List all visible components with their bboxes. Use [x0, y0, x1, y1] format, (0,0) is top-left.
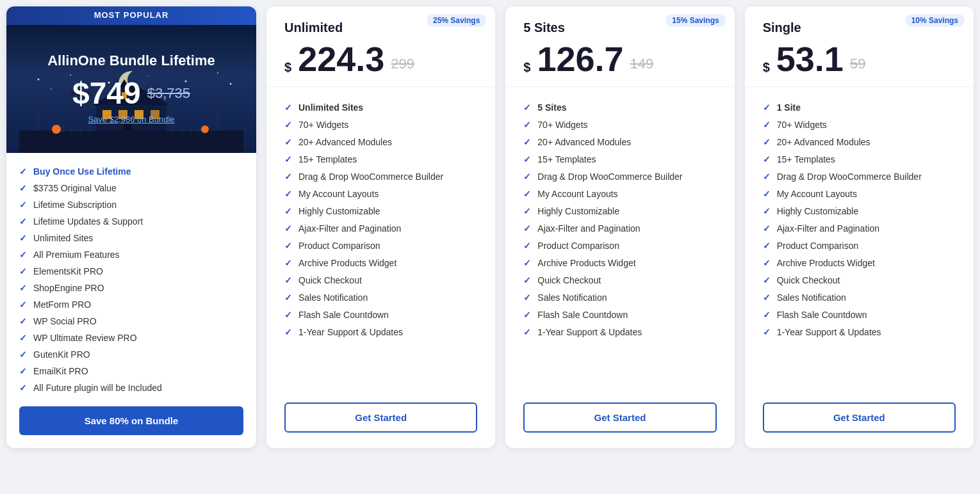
get-started-button[interactable]: Get Started	[523, 402, 716, 433]
feature-item: ✓ 70+ Widgets	[284, 116, 477, 133]
check-icon: ✓	[523, 310, 531, 320]
check-icon: ✓	[763, 275, 771, 285]
bundle-save-text: Save $2,986 on Bundle	[47, 115, 215, 124]
feature-text: Ajax-Filter and Pagination	[537, 223, 640, 234]
check-icon: ✓	[763, 310, 771, 320]
feature-item: ✓ Archive Products Widget	[284, 254, 477, 271]
feature-text: Ajax-Filter and Pagination	[298, 223, 401, 234]
feature-item: ✓ Sales Notification	[763, 289, 956, 306]
svg-line-12	[26, 100, 38, 111]
feature-text: 70+ Widgets	[298, 120, 348, 130]
check-icon: ✓	[763, 241, 771, 251]
bundle-title: AllinOne Bundle Lifetime	[47, 52, 215, 69]
feature-item: ✓ My Account Layouts	[523, 185, 716, 202]
bundle-feature-item: ✓Lifetime Subscription	[19, 196, 243, 213]
card-features: ✓ 1 Site ✓ 70+ Widgets ✓ 20+ Advanced Mo…	[745, 87, 974, 395]
svg-point-41	[52, 125, 61, 134]
check-icon: ✓	[284, 171, 292, 182]
check-icon: ✓	[19, 283, 27, 293]
feature-text: ShopEngine PRO	[33, 283, 104, 293]
check-icon: ✓	[763, 189, 771, 199]
bundle-feature-item: ✓$3735 Original Value	[19, 180, 243, 196]
feature-text: All Future plugin will be Included	[33, 383, 162, 393]
feature-text: GutenKit PRO	[33, 349, 90, 360]
check-icon: ✓	[523, 292, 531, 303]
feature-text: 15+ Templates	[537, 154, 596, 164]
feature-item: ✓ 1-Year Support & Updates	[763, 323, 956, 340]
check-icon: ✓	[19, 299, 27, 310]
bundle-hero: AllinOne Bundle Lifetime $749 $3,735 Sav…	[6, 25, 256, 153]
feature-item: ✓ Ajax-Filter and Pagination	[284, 219, 477, 237]
feature-text: Quick Checkout	[537, 275, 601, 285]
feature-item: ✓ Product Comparison	[284, 237, 477, 254]
bundle-feature-item: ✓All Future plugin will be Included	[19, 379, 243, 396]
check-icon: ✓	[19, 366, 27, 376]
svg-rect-10	[19, 131, 243, 153]
check-icon: ✓	[523, 154, 531, 164]
feature-text: Highly Customizable	[777, 206, 859, 216]
bundle-feature-item: ✓WP Ultimate Review PRO	[19, 330, 243, 346]
price-row: $ 224.3 299	[284, 42, 477, 76]
price-main: 53.1	[776, 42, 844, 76]
check-icon: ✓	[523, 171, 531, 182]
feature-item: ✓ Quick Checkout	[763, 271, 956, 289]
bundle-price-row: $749 $3,735	[47, 76, 215, 111]
check-icon: ✓	[284, 292, 292, 303]
svg-line-20	[218, 108, 229, 116]
price-row: $ 126.7 149	[523, 42, 716, 76]
feature-text: 1-Year Support & Updates	[777, 327, 881, 337]
price-row: $ 53.1 59	[763, 42, 956, 76]
get-started-button[interactable]: Get Started	[284, 402, 477, 433]
savings-badge: 25% Savings	[427, 14, 486, 27]
price-main: 224.3	[298, 42, 384, 76]
feature-item: ✓ 1-Year Support & Updates	[523, 323, 716, 340]
feature-text: Archive Products Widget	[537, 258, 635, 268]
feature-text: 1 Site	[777, 102, 801, 113]
feature-item: ✓ Highly Customizable	[284, 202, 477, 219]
price-original: 299	[391, 56, 414, 72]
check-icon: ✓	[763, 154, 771, 164]
feature-item: ✓ Product Comparison	[763, 237, 956, 254]
card-footer: Get Started	[505, 395, 734, 448]
check-icon: ✓	[19, 233, 27, 243]
check-icon: ✓	[523, 120, 531, 130]
feature-text: Quick Checkout	[298, 275, 362, 285]
check-icon: ✓	[19, 333, 27, 343]
svg-point-0	[38, 79, 40, 81]
feature-text: All Premium Features	[33, 250, 120, 260]
bundle-save-button[interactable]: Save 80% on Bundle	[19, 406, 243, 435]
feature-text: Flash Sale Countdown	[298, 310, 389, 320]
check-icon: ✓	[284, 275, 292, 285]
pricing-card-unlimited: 25% Savings Unlimited $ 224.3 299 ✓ Unli…	[266, 6, 495, 448]
feature-text: Sales Notification	[298, 292, 368, 303]
check-icon: ✓	[763, 258, 771, 268]
feature-item: ✓ 20+ Advanced Modules	[523, 133, 716, 150]
price-original: 149	[630, 56, 654, 72]
feature-text: My Account Layouts	[537, 189, 617, 199]
feature-text: Product Comparison	[298, 241, 380, 251]
feature-text: Sales Notification	[777, 292, 846, 303]
check-icon: ✓	[523, 327, 531, 337]
bundle-badge-text: MOST POPULAR	[94, 10, 169, 20]
pricing-grid: MOST POPULAR	[6, 6, 974, 448]
card-footer: Get Started	[266, 395, 495, 448]
check-icon: ✓	[284, 223, 292, 234]
card-features: ✓ 5 Sites ✓ 70+ Widgets ✓ 20+ Advanced M…	[505, 87, 734, 395]
feature-text: Buy Once Use Lifetime	[33, 166, 131, 177]
feature-text: WP Social PRO	[33, 316, 97, 326]
check-icon: ✓	[19, 183, 27, 193]
feature-text: Sales Notification	[537, 292, 607, 303]
check-icon: ✓	[19, 316, 27, 326]
feature-item: ✓ 1-Year Support & Updates	[284, 323, 477, 340]
feature-text: 70+ Widgets	[537, 120, 587, 130]
check-icon: ✓	[19, 200, 27, 210]
check-icon: ✓	[763, 120, 771, 130]
check-icon: ✓	[284, 206, 292, 216]
feature-item: ✓ 70+ Widgets	[763, 116, 956, 133]
feature-text: 20+ Advanced Modules	[777, 137, 870, 147]
feature-item: ✓ Sales Notification	[523, 289, 716, 306]
feature-text: 70+ Widgets	[777, 120, 827, 130]
bundle-feature-item: ✓Buy Once Use Lifetime	[19, 163, 243, 180]
bundle-feature-item: ✓ElementsKit PRO	[19, 263, 243, 280]
get-started-button[interactable]: Get Started	[763, 402, 956, 433]
